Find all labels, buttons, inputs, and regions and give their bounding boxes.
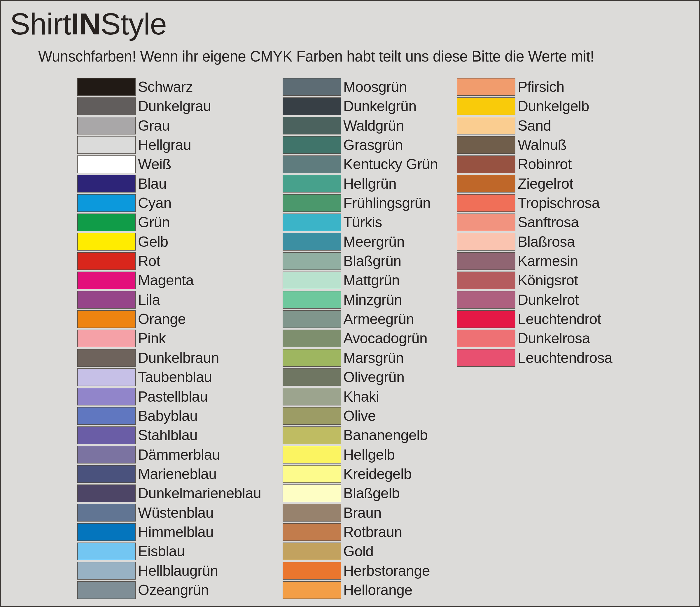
color-swatch	[457, 155, 515, 173]
color-label: Dunkelbraun	[138, 349, 219, 367]
color-row: Blau	[77, 175, 261, 194]
color-swatch	[283, 504, 341, 522]
color-swatch	[77, 136, 135, 154]
color-label: Olivegrün	[343, 369, 405, 386]
color-swatch	[77, 291, 135, 309]
color-label: Blaßgrün	[343, 252, 401, 270]
color-swatch	[457, 136, 515, 154]
color-label: Königsrot	[518, 272, 578, 289]
color-swatch	[457, 291, 515, 309]
color-swatch	[77, 484, 135, 502]
color-label: Marieneblau	[138, 465, 217, 483]
color-label: Herbstorange	[343, 562, 430, 580]
color-swatch	[283, 388, 341, 405]
color-row: Hellgelb	[283, 446, 438, 465]
color-label: Dunkelrosa	[518, 330, 590, 347]
color-swatch	[283, 136, 341, 154]
color-row: Walnuß	[457, 136, 612, 155]
color-swatch	[283, 349, 341, 367]
color-label: Walnuß	[518, 136, 567, 154]
color-row: Blaßrosa	[457, 233, 612, 252]
page: ShirtINStyle Wunschfarben! Wenn ihr eige…	[0, 0, 700, 607]
color-swatch	[77, 407, 135, 425]
color-swatch	[77, 310, 135, 328]
color-swatch	[77, 233, 135, 251]
color-row: Dunkelrot	[457, 291, 612, 310]
color-row: Hellorange	[283, 581, 438, 601]
column-1: SchwarzDunkelgrauGrauHellgrauWeißBlauCya…	[77, 78, 261, 601]
color-swatch	[283, 446, 341, 463]
color-row: Kentucky Grün	[283, 155, 438, 175]
color-swatch	[283, 78, 341, 96]
color-row: Sand	[457, 117, 612, 136]
color-row: Gold	[283, 543, 438, 562]
color-row: Robinrot	[457, 155, 612, 175]
color-swatch	[457, 252, 515, 270]
color-row: Orange	[77, 310, 261, 330]
color-label: Minzgrün	[343, 291, 402, 309]
color-swatch	[283, 252, 341, 270]
color-label: Stahlblau	[138, 426, 197, 444]
color-label: Hellblaugrün	[138, 562, 218, 580]
color-row: Marieneblau	[77, 465, 261, 484]
color-swatch	[457, 78, 515, 96]
color-row: Blaßgelb	[283, 484, 438, 504]
color-swatch	[283, 117, 341, 134]
color-label: Ozeangrün	[138, 581, 209, 599]
color-label: Dunkelrot	[518, 291, 579, 309]
color-row: Mattgrün	[283, 272, 438, 291]
color-label: Dunkelmarieneblau	[138, 484, 261, 502]
color-label: Pastellblau	[138, 388, 208, 405]
color-label: Frühlingsgrün	[343, 194, 430, 212]
color-row: Moosgrün	[283, 78, 438, 98]
color-swatch	[77, 155, 135, 173]
color-swatch	[77, 252, 135, 270]
color-row: Dunkelgrün	[283, 98, 438, 117]
color-row: Meergrün	[283, 233, 438, 252]
color-swatch	[283, 581, 341, 599]
color-row: Frühlingsgrün	[283, 194, 438, 213]
color-row: Ziegelrot	[457, 175, 612, 194]
color-label: Armeegrün	[343, 310, 414, 328]
color-row: Hellgrau	[77, 136, 261, 155]
color-swatch	[457, 117, 515, 134]
color-swatch	[457, 349, 515, 367]
color-swatch	[283, 213, 341, 231]
color-label: Ziegelrot	[518, 175, 573, 192]
color-label: Moosgrün	[343, 78, 407, 96]
color-label: Pink	[138, 330, 166, 347]
color-row: Blaßgrün	[283, 252, 438, 272]
color-swatch	[283, 233, 341, 251]
color-swatch	[457, 272, 515, 289]
color-swatch	[283, 291, 341, 309]
color-label: Gold	[343, 543, 374, 560]
color-swatch	[77, 369, 135, 386]
color-row: Taubenblau	[77, 369, 261, 388]
color-label: Avocadogrün	[343, 330, 427, 347]
color-label: Grün	[138, 213, 170, 231]
color-swatch	[77, 388, 135, 405]
color-row: Marsgrün	[283, 349, 438, 369]
color-row: Hellblaugrün	[77, 562, 261, 581]
color-label: Sanftrosa	[518, 213, 579, 231]
color-row: Pfirsich	[457, 78, 612, 98]
color-row: Rotbraun	[283, 523, 438, 543]
color-row: Karmesin	[457, 252, 612, 272]
color-swatch	[457, 213, 515, 231]
color-label: Kentucky Grün	[343, 155, 438, 173]
color-swatch	[283, 465, 341, 483]
color-row: Ozeangrün	[77, 581, 261, 601]
color-swatch	[457, 194, 515, 212]
color-row: Weiß	[77, 155, 261, 175]
color-row: Dunkelmarieneblau	[77, 484, 261, 504]
color-label: Hellgrau	[138, 136, 191, 154]
color-swatch	[77, 426, 135, 444]
color-row: Herbstorange	[283, 562, 438, 581]
color-row: Dunkelgelb	[457, 98, 612, 117]
color-swatch	[77, 98, 135, 115]
color-row: Khaki	[283, 388, 438, 407]
color-row: Schwarz	[77, 78, 261, 98]
color-swatch	[283, 310, 341, 328]
color-label: Grasgrün	[343, 136, 403, 154]
color-label: Mattgrün	[343, 272, 400, 289]
